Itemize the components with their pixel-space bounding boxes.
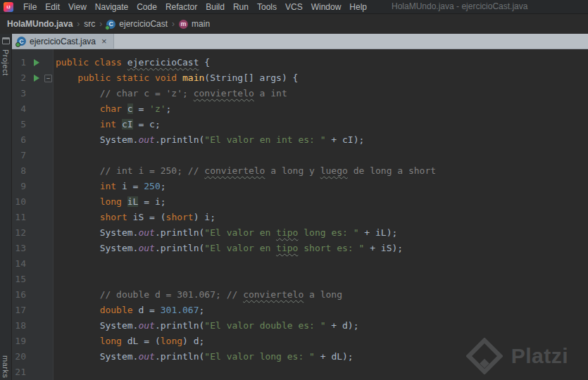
line-number: 11 — [15, 210, 26, 225]
tab-ejerciciocast-java[interactable]: C ejercicioCast.java × — [12, 34, 114, 49]
gutter-line-15: 15 — [12, 272, 53, 287]
code-token — [56, 181, 100, 191]
code-line-6[interactable]: System.out.println("El valor en int es: … — [56, 132, 588, 148]
menu-tools[interactable]: Tools — [253, 0, 281, 14]
code-token: iL — [127, 196, 139, 207]
menu-view[interactable]: View — [64, 0, 91, 14]
code-token — [56, 165, 100, 176]
code-token: double — [100, 305, 139, 315]
code-line-5[interactable]: int cI = c; — [56, 117, 588, 132]
code-line-10[interactable]: long iL = i; — [56, 194, 588, 210]
code-token — [56, 103, 100, 114]
line-number: 2 — [20, 70, 26, 86]
code-line-8[interactable]: // int i = 250; // conviertelo a long y … — [56, 163, 588, 179]
intellij-logo-icon: IJ — [4, 2, 13, 12]
editor[interactable]: 123456789101112131415161718192021 public… — [12, 49, 588, 380]
run-icon[interactable] — [34, 59, 39, 66]
breadcrumb-separator: › — [172, 19, 175, 29]
menu-build[interactable]: Build — [201, 0, 229, 14]
toolwindow-button-bookmarks[interactable]: marks — [1, 355, 10, 378]
menu-edit[interactable]: Edit — [41, 0, 64, 14]
code-token — [56, 212, 100, 222]
menu-run[interactable]: Run — [229, 0, 253, 14]
code-token: System. — [100, 134, 139, 145]
code-line-16[interactable]: // double d = 301.067; // conviertelo a … — [56, 287, 588, 303]
editor-gutter[interactable]: 123456789101112131415161718192021 — [12, 49, 54, 380]
breadcrumb-label: HolaMUndo.java — [7, 19, 73, 29]
line-number: 14 — [15, 256, 26, 272]
gutter-line-4: 4 — [12, 101, 53, 117]
menu-refactor[interactable]: Refactor — [161, 0, 201, 14]
code-token: System. — [100, 320, 139, 331]
code-token: + iL); — [359, 227, 398, 238]
run-icon[interactable] — [34, 75, 39, 82]
menu-items: FileEditViewNavigateCodeRefactorBuildRun… — [19, 0, 371, 13]
code-token: conviertelo — [243, 289, 304, 300]
gutter-line-1: 1 — [12, 55, 53, 70]
code-line-17[interactable]: double d = 301.067; — [56, 303, 588, 318]
code-token — [56, 134, 100, 145]
code-line-4[interactable]: char c = 'z'; — [56, 101, 588, 117]
code-line-3[interactable]: // char c = 'z'; conviertelo a int — [56, 86, 588, 101]
code-area[interactable]: public class ejercicioCast { public stat… — [54, 49, 588, 380]
breadcrumb: HolaMUndo.java›src›CejercicioCast›mmain — [0, 14, 588, 34]
code-line-11[interactable]: short iS = (short) i; — [56, 210, 588, 225]
code-token: conviertelo — [204, 165, 265, 176]
code-token: short es: " — [298, 243, 364, 253]
code-token — [56, 227, 100, 238]
menu-navigate[interactable]: Navigate — [91, 0, 132, 14]
code-token: "El valor en — [204, 227, 276, 238]
breadcrumb-item-main[interactable]: mmain — [177, 19, 211, 29]
code-token: long — [100, 196, 127, 207]
code-line-20[interactable]: System.out.println("El valor long es: " … — [56, 349, 588, 365]
menu-vcs[interactable]: VCS — [281, 0, 307, 14]
code-line-1[interactable]: public class ejercicioCast { — [56, 55, 588, 70]
code-line-9[interactable]: int i = 250; — [56, 179, 588, 194]
gutter-line-21: 21 — [12, 365, 53, 380]
line-number: 3 — [20, 86, 26, 101]
main-area: Project marks C ejercicioCast.java × 123… — [0, 34, 588, 380]
code-line-18[interactable]: System.out.println("El valor double es: … — [56, 318, 588, 334]
breadcrumb-item-ejerciciocast[interactable]: CejercicioCast — [105, 19, 169, 29]
line-number: 10 — [15, 194, 26, 210]
gutter-line-18: 18 — [12, 318, 53, 334]
tab-close-icon[interactable]: × — [101, 37, 107, 46]
code-line-13[interactable]: System.out.println("El valor en tipo sho… — [56, 241, 588, 256]
breadcrumb-separator: › — [99, 19, 102, 29]
code-token: = — [133, 103, 149, 114]
code-token: + cI); — [326, 134, 365, 145]
breadcrumb-item-holamundo.java[interactable]: HolaMUndo.java — [6, 19, 74, 29]
code-token: = i; — [138, 196, 165, 207]
code-token — [56, 243, 100, 253]
code-token: de long a short — [348, 165, 436, 176]
code-line-15[interactable] — [56, 272, 588, 287]
code-token: { — [199, 57, 211, 68]
ide-window: IJ FileEditViewNavigateCodeRefactorBuild… — [0, 0, 588, 380]
menu-file[interactable]: File — [19, 0, 41, 14]
code-token: int — [100, 119, 122, 129]
fold-collapse-icon[interactable] — [44, 75, 52, 82]
project-toolwindow-icon[interactable] — [2, 37, 10, 44]
code-token: main — [182, 72, 204, 83]
menu-window[interactable]: Window — [307, 0, 346, 14]
code-token: long — [100, 336, 127, 346]
toolwindow-button-project[interactable]: Project — [1, 49, 10, 76]
code-token: cI — [122, 119, 133, 129]
code-line-19[interactable]: long dL = (long) d; — [56, 334, 588, 349]
code-line-21[interactable] — [56, 365, 588, 380]
line-number: 9 — [20, 179, 26, 194]
code-line-7[interactable] — [56, 148, 588, 163]
code-token: out — [138, 134, 154, 145]
code-token: i = — [122, 181, 144, 191]
code-line-2[interactable]: public static void main(String[] args) { — [56, 70, 588, 86]
breadcrumb-item-src[interactable]: src — [82, 19, 96, 29]
breadcrumb-label: ejercicioCast — [119, 19, 168, 29]
menu-help[interactable]: Help — [345, 0, 371, 14]
code-line-12[interactable]: System.out.println("El valor en tipo lon… — [56, 225, 588, 241]
code-line-14[interactable] — [56, 256, 588, 272]
code-token — [56, 119, 100, 129]
menu-code[interactable]: Code — [132, 0, 161, 14]
code-token — [56, 196, 100, 207]
line-number: 18 — [15, 318, 26, 334]
code-token: d = — [138, 305, 160, 315]
